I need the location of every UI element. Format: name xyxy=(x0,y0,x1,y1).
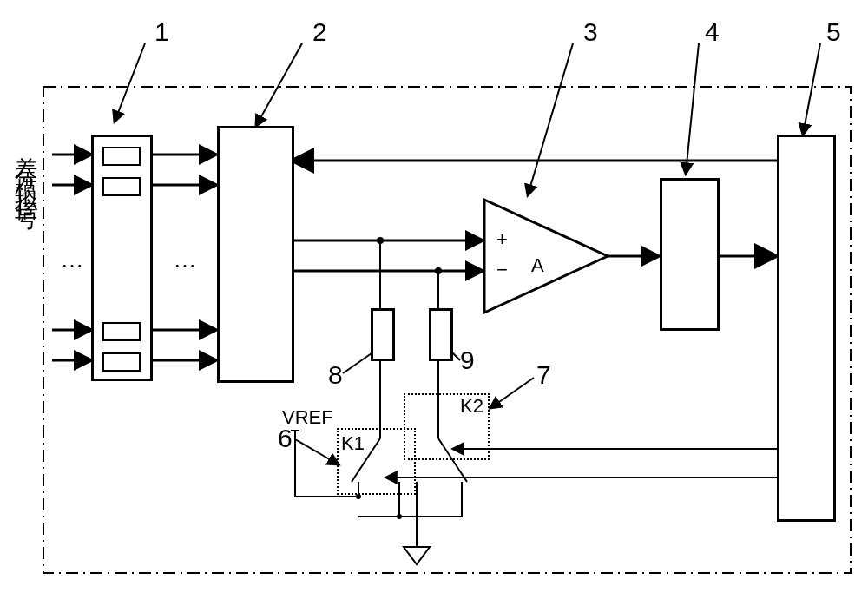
vref-label: VREF xyxy=(282,406,333,429)
callout-2: 2 xyxy=(312,17,327,47)
block-2 xyxy=(217,126,294,383)
svg-line-4 xyxy=(686,43,699,174)
callout-5: 5 xyxy=(826,17,841,47)
resistor-9 xyxy=(429,308,453,361)
resistor-icon xyxy=(102,177,141,196)
k2-label: K2 xyxy=(460,395,483,418)
svg-line-5 xyxy=(803,43,820,135)
resistor-icon xyxy=(102,322,141,341)
svg-line-8 xyxy=(295,439,339,464)
svg-line-2 xyxy=(256,43,302,126)
svg-text:…: … xyxy=(61,247,87,273)
resistor-8 xyxy=(371,308,395,361)
svg-point-40 xyxy=(397,514,402,519)
callout-4: 4 xyxy=(705,17,720,47)
input-label: 差分模拟信号 xyxy=(10,139,41,399)
svg-line-9 xyxy=(490,378,534,408)
callout-1: 1 xyxy=(155,17,169,47)
k1-label: K1 xyxy=(341,432,365,455)
block-5 xyxy=(777,135,836,522)
svg-line-1 xyxy=(115,43,145,122)
callout-8: 8 xyxy=(328,360,343,390)
callout-7: 7 xyxy=(536,360,551,390)
resistor-icon xyxy=(102,352,141,372)
block-1 xyxy=(91,135,153,381)
block-4 xyxy=(660,178,720,331)
svg-text:−: − xyxy=(496,259,508,280)
resistor-icon xyxy=(102,147,141,166)
svg-line-3 xyxy=(528,43,573,195)
svg-text:+: + xyxy=(496,228,508,250)
amp-label: A xyxy=(531,254,544,277)
callout-3: 3 xyxy=(583,17,598,47)
callout-9: 9 xyxy=(460,346,475,375)
svg-text:…: … xyxy=(174,247,200,273)
